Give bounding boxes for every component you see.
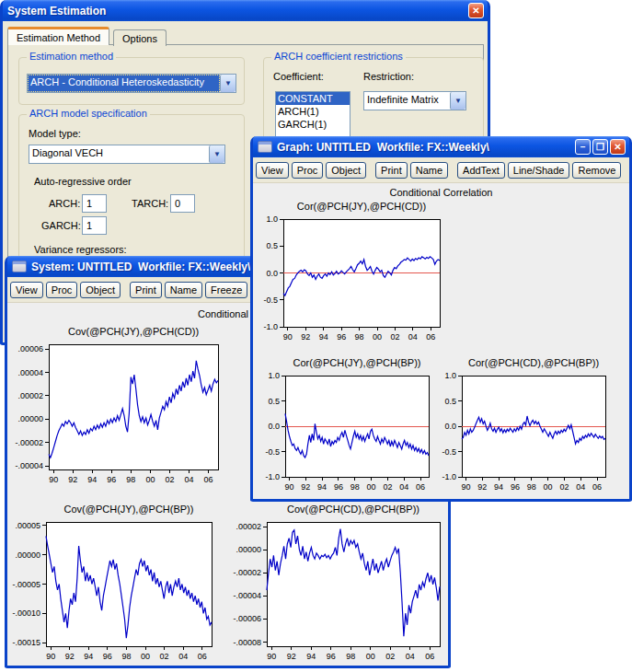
svg-text:00: 00 (366, 652, 375, 661)
svg-text:98: 98 (350, 482, 360, 492)
coefficient-label: Coefficient: (273, 71, 324, 82)
toolbar-button-freeze[interactable]: Freeze (205, 282, 247, 298)
svg-text:1.0: 1.0 (268, 371, 280, 380)
svg-text:96: 96 (327, 652, 336, 661)
svg-text:-.00006: -.00006 (233, 614, 261, 623)
estimation-method-group: Estimation method ARCH - Conditional Het… (18, 57, 245, 105)
tab-estimation-method[interactable]: Estimation Method (7, 27, 109, 45)
toolbar-button-object[interactable]: Object (326, 162, 366, 179)
svg-text:06: 06 (592, 482, 602, 492)
chevron-down-icon[interactable]: ▼ (450, 92, 465, 110)
toolbar-button-object[interactable]: Object (80, 282, 121, 298)
svg-text:0.5: 0.5 (266, 241, 278, 250)
chart-cov-jy-bp: Cov(@PCH(JY),@PCH(BP)) .00005.00000-.000… (11, 502, 223, 666)
svg-text:00: 00 (544, 482, 553, 492)
svg-text:92: 92 (301, 332, 310, 342)
dialog-titlebar[interactable]: System Estimation ✕ (3, 0, 488, 21)
toolbar-button-proc[interactable]: Proc (46, 282, 78, 298)
listbox-item-constant[interactable]: CONSTANT (276, 92, 350, 105)
estimation-method-dropdown[interactable]: ARCH - Conditional Heteroskedasticity ▼ (27, 74, 236, 93)
svg-text:06: 06 (203, 475, 213, 484)
svg-text:0.0: 0.0 (266, 269, 278, 278)
svg-text:-1.0: -1.0 (265, 472, 280, 481)
chevron-down-icon[interactable]: ▼ (220, 75, 236, 92)
dropdown-value: Indefinite Matrix (364, 92, 450, 110)
dropdown-value: ARCH - Conditional Heteroskedasticity (28, 75, 220, 92)
svg-text:94: 94 (494, 482, 503, 492)
garch-order-field[interactable] (82, 216, 107, 235)
svg-text:94: 94 (317, 482, 327, 492)
close-icon[interactable]: ✕ (610, 139, 626, 155)
svg-text:90: 90 (284, 482, 293, 492)
svg-text:96: 96 (334, 482, 343, 492)
model-type-dropdown[interactable]: Diagonal VECH ▼ (29, 145, 225, 164)
toolbar-button-line-shade[interactable]: Line/Shade (508, 162, 570, 179)
svg-text:-.00005: -.00005 (12, 580, 40, 589)
svg-text:06: 06 (425, 652, 434, 661)
listbox-item-garch-1-[interactable]: GARCH(1) (276, 118, 350, 131)
toolbar-button-name[interactable]: Name (165, 282, 202, 298)
svg-text:-1.0: -1.0 (442, 472, 456, 481)
svg-text:98: 98 (121, 652, 131, 661)
chart-cor-cd-bp: Cor(@PCH(CD),@PCH(BP)) 1.00.50.0-0.5-1.0… (436, 355, 616, 499)
toolbar-button-view[interactable]: View (10, 282, 43, 298)
chart-cor-jy-cd: Cor(@PCH(JY),@PCH(CD)) 1.00.50.0-0.5-1.0… (258, 199, 451, 351)
svg-text:0.5: 0.5 (444, 397, 456, 406)
svg-text:98: 98 (527, 482, 536, 492)
svg-text:02: 02 (165, 475, 174, 484)
svg-text:-.00004: -.00004 (233, 591, 261, 600)
graph-window-titlebar[interactable]: Graph: UNTITLED Workfile: FX::Weekly\ – … (253, 136, 629, 157)
close-icon[interactable]: ✕ (468, 3, 484, 18)
arch-order-field[interactable] (82, 194, 107, 213)
svg-text:94: 94 (319, 332, 328, 342)
toolbar-button-addtext[interactable]: AddText (457, 162, 505, 179)
minimize-icon[interactable]: – (575, 139, 591, 155)
tarch-order-field[interactable] (170, 194, 195, 213)
chart-canvas: .00006.00004.00002.00000-.00002-.0000490… (14, 339, 229, 493)
arch-label: ARCH: (49, 198, 80, 209)
chart-title: Cor(@PCH(JY),@PCH(CD)) (258, 199, 451, 214)
group-label: ARCH model specification (27, 108, 150, 119)
svg-text:-0.5: -0.5 (265, 447, 280, 457)
graph-window-toolbar: ViewProcObjectPrintNameAddTextLine/Shade… (253, 157, 629, 183)
svg-text:-.00008: -.00008 (233, 638, 261, 647)
svg-text:02: 02 (559, 482, 569, 492)
garch-label: GARCH: (41, 220, 81, 231)
toolbar-button-print[interactable]: Print (375, 162, 408, 179)
window-icon (258, 141, 272, 153)
desktop: System Estimation ✕ Estimation Method Op… (0, 0, 632, 672)
maximize-icon[interactable]: ❐ (592, 139, 608, 155)
toolbar-button-print[interactable]: Print (130, 282, 162, 298)
chart-title: Cov(@PCH(JY),@PCH(BP)) (11, 502, 223, 516)
svg-text:90: 90 (283, 332, 293, 342)
dialog-title: System Estimation (7, 5, 466, 17)
svg-text:-.00004: -.00004 (15, 461, 43, 470)
tab-options[interactable]: Options (113, 29, 167, 46)
restriction-dropdown[interactable]: Indefinite Matrix ▼ (363, 91, 466, 110)
svg-text:.00006: .00006 (17, 344, 43, 353)
svg-text:.00000: .00000 (15, 550, 40, 560)
svg-text:90: 90 (267, 652, 276, 661)
svg-text:94: 94 (87, 475, 97, 484)
svg-text:.00002: .00002 (17, 391, 43, 400)
svg-text:-0.5: -0.5 (263, 295, 278, 305)
svg-text:00: 00 (373, 332, 382, 342)
tarch-label: TARCH: (132, 198, 168, 209)
svg-text:06: 06 (198, 652, 207, 661)
svg-text:96: 96 (103, 652, 112, 661)
svg-text:0.5: 0.5 (268, 397, 280, 406)
group-label: Estimation method (27, 51, 116, 62)
svg-text:92: 92 (287, 652, 296, 661)
toolbar-button-view[interactable]: View (256, 162, 289, 179)
listbox-item-arch-1-[interactable]: ARCH(1) (276, 105, 350, 118)
dropdown-value: Diagonal VECH (29, 145, 209, 163)
svg-text:.00000: .00000 (17, 414, 43, 423)
chart-cor-jy-bp: Cor(@PCH(JY),@PCH(BP)) 1.00.50.0-0.5-1.0… (259, 355, 440, 499)
toolbar-button-proc[interactable]: Proc (292, 162, 324, 179)
chart-cov-jy-cd: Cov(@PCH(JY),@PCH(CD)) .00006.00004.0000… (14, 324, 229, 493)
svg-text:0.0: 0.0 (444, 422, 456, 431)
toolbar-button-remove[interactable]: Remove (572, 162, 621, 179)
chevron-down-icon[interactable]: ▼ (209, 145, 224, 163)
restriction-label: Restriction: (363, 71, 414, 82)
toolbar-button-name[interactable]: Name (410, 162, 448, 179)
